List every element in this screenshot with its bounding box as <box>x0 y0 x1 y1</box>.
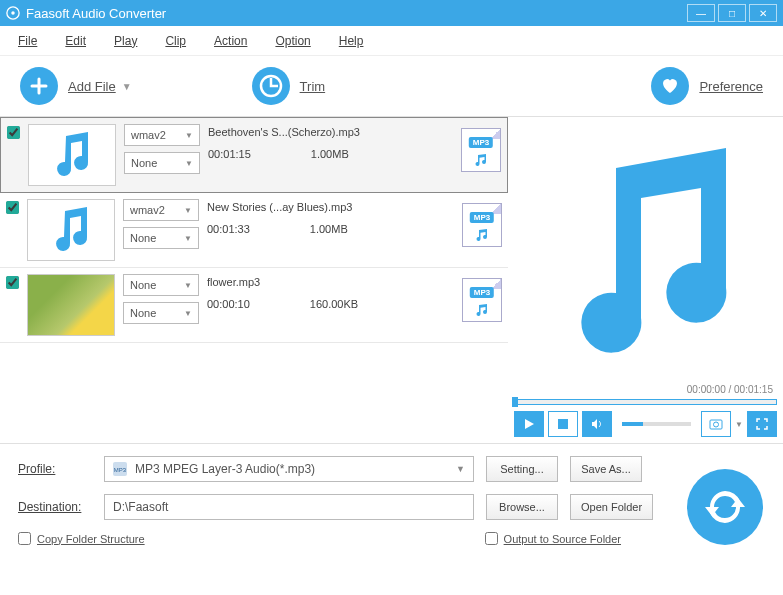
file-duration: 00:00:10 <box>207 298 250 310</box>
file-duration: 00:01:33 <box>207 223 250 235</box>
svg-rect-3 <box>558 419 568 429</box>
output-format-icon: MP3 <box>461 128 501 172</box>
file-row[interactable]: None▼None▼flower.mp300:00:10160.00KBMP3 <box>0 268 508 343</box>
fullscreen-button[interactable] <box>747 411 777 437</box>
copy-structure-checkbox[interactable]: Copy Folder Structure <box>18 532 145 545</box>
preview-canvas <box>514 123 777 382</box>
codec-select[interactable]: wmav2▼ <box>123 199 199 221</box>
file-name: Beethoven's S...(Scherzo).mp3 <box>208 126 453 138</box>
seek-bar[interactable] <box>514 399 777 405</box>
file-checkbox[interactable] <box>6 201 19 214</box>
menu-play[interactable]: Play <box>114 34 137 48</box>
app-icon <box>6 6 20 20</box>
minimize-button[interactable]: — <box>687 4 715 22</box>
destination-input[interactable] <box>104 494 474 520</box>
menu-action[interactable]: Action <box>214 34 247 48</box>
svg-rect-4 <box>710 420 722 429</box>
preview-time: 00:00:00 / 00:01:15 <box>514 382 777 397</box>
svg-point-1 <box>11 11 15 15</box>
file-size: 1.00MB <box>310 223 348 235</box>
file-name: New Stories (...ay Blues).mp3 <box>207 201 454 213</box>
profile-select[interactable]: MP3 MP3 MPEG Layer-3 Audio(*.mp3) ▼ <box>104 456 474 482</box>
effect-select[interactable]: None▼ <box>123 302 199 324</box>
trim-button[interactable]: Trim <box>252 67 326 105</box>
maximize-button[interactable]: □ <box>718 4 746 22</box>
browse-button[interactable]: Browse... <box>486 494 558 520</box>
file-checkbox[interactable] <box>6 276 19 289</box>
menu-edit[interactable]: Edit <box>65 34 86 48</box>
heart-icon <box>651 67 689 105</box>
file-checkbox[interactable] <box>7 126 20 139</box>
mp3-icon: MP3 <box>113 462 127 476</box>
effect-select[interactable]: None▼ <box>124 152 200 174</box>
toolbar: Add File ▼ Trim Preference <box>0 56 783 116</box>
snapshot-arrow-icon[interactable]: ▼ <box>735 420 743 429</box>
titlebar: Faasoft Audio Converter — □ ✕ <box>0 0 783 26</box>
file-thumbnail <box>27 199 115 261</box>
file-name: flower.mp3 <box>207 276 454 288</box>
convert-button[interactable] <box>687 469 763 545</box>
add-file-button[interactable]: Add File ▼ <box>20 67 132 105</box>
setting-button[interactable]: Setting... <box>486 456 558 482</box>
preview-panel: 00:00:00 / 00:01:15 ▼ <box>508 117 783 443</box>
destination-label: Destination: <box>18 500 92 514</box>
plus-icon <box>20 67 58 105</box>
codec-select[interactable]: None▼ <box>123 274 199 296</box>
bottom-panel: Profile: MP3 MP3 MPEG Layer-3 Audio(*.mp… <box>0 444 783 555</box>
file-duration: 00:01:15 <box>208 148 251 160</box>
effect-select[interactable]: None▼ <box>123 227 199 249</box>
menu-option[interactable]: Option <box>275 34 310 48</box>
save-as-button[interactable]: Save As... <box>570 456 642 482</box>
stop-button[interactable] <box>548 411 578 437</box>
file-thumbnail <box>28 124 116 186</box>
file-list: wmav2▼None▼Beethoven's S...(Scherzo).mp3… <box>0 117 508 443</box>
preview-controls: ▼ <box>514 411 777 437</box>
play-button[interactable] <box>514 411 544 437</box>
volume-slider[interactable] <box>622 422 691 426</box>
open-folder-button[interactable]: Open Folder <box>570 494 653 520</box>
output-source-checkbox[interactable]: Output to Source Folder <box>485 532 621 545</box>
trim-icon <box>252 67 290 105</box>
output-format-icon: MP3 <box>462 203 502 247</box>
file-size: 1.00MB <box>311 148 349 160</box>
codec-select[interactable]: wmav2▼ <box>124 124 200 146</box>
main-area: wmav2▼None▼Beethoven's S...(Scherzo).mp3… <box>0 116 783 444</box>
mute-button[interactable] <box>582 411 612 437</box>
file-row[interactable]: wmav2▼None▼Beethoven's S...(Scherzo).mp3… <box>0 117 508 193</box>
window-title: Faasoft Audio Converter <box>26 6 166 21</box>
menu-clip[interactable]: Clip <box>165 34 186 48</box>
snapshot-button[interactable] <box>701 411 731 437</box>
refresh-icon <box>703 485 747 529</box>
file-thumbnail <box>27 274 115 336</box>
svg-point-5 <box>714 422 719 427</box>
close-button[interactable]: ✕ <box>749 4 777 22</box>
dropdown-arrow-icon: ▼ <box>122 81 132 92</box>
svg-text:MP3: MP3 <box>114 467 127 473</box>
menubar: File Edit Play Clip Action Option Help <box>0 26 783 56</box>
file-row[interactable]: wmav2▼None▼New Stories (...ay Blues).mp3… <box>0 193 508 268</box>
profile-label: Profile: <box>18 462 92 476</box>
output-format-icon: MP3 <box>462 278 502 322</box>
music-note-icon <box>546 148 746 358</box>
file-size: 160.00KB <box>310 298 358 310</box>
menu-help[interactable]: Help <box>339 34 364 48</box>
preference-button[interactable]: Preference <box>651 67 763 105</box>
menu-file[interactable]: File <box>18 34 37 48</box>
